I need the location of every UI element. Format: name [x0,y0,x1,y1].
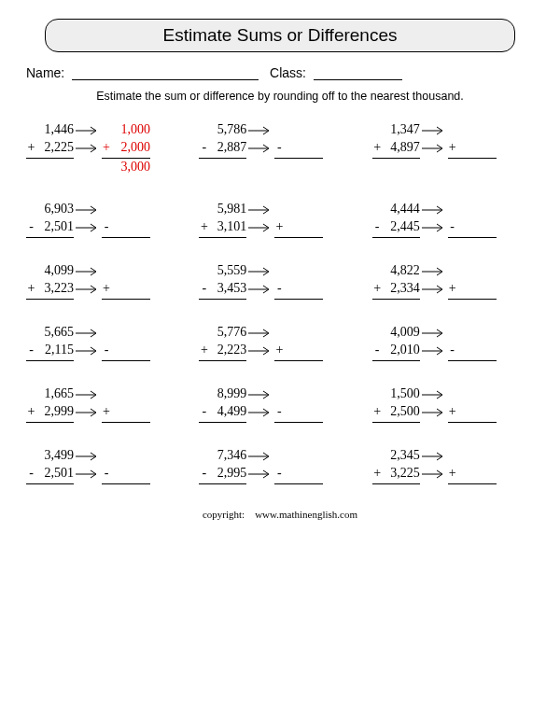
rule-line [274,483,323,484]
operand-a: 5,665 [36,324,74,342]
operator: - [274,465,284,483]
rule-line [199,483,246,484]
operand-b: 2,223 [209,342,246,359]
problem: 5,665-2,115- [26,324,188,361]
operator: + [372,139,383,157]
arrow-icon [74,385,102,403]
operator: + [102,403,111,421]
rule-line [372,299,420,300]
arrow-icon [74,121,102,139]
rule-line [26,299,74,300]
operand-a: 1,665 [36,385,74,403]
problem: 4,822+2,334+ [372,262,534,300]
arrow-icon [420,403,448,421]
problem: 2,345+3,225+ [372,447,534,484]
arrow-icon [246,201,274,218]
arrow-icon [74,201,102,218]
operand-a: 4,444 [383,201,420,218]
operator: - [372,342,383,359]
operand-a: 4,099 [36,262,74,280]
operand-a: 5,786 [209,121,246,139]
operand-b: 2,445 [383,218,420,236]
operator: - [274,403,284,421]
operator: + [199,342,209,359]
instruction-text: Estimate the sum or difference by roundi… [26,90,534,103]
operator: - [102,342,111,359]
operator: + [199,218,209,236]
name-input[interactable] [72,66,259,80]
arrow-icon [246,403,274,421]
rule-line [26,422,74,423]
footer: copyright: www.mathinenglish.com [26,509,534,520]
rule-line [199,422,246,423]
operand-b: 2,334 [383,280,420,298]
class-label: Class: [270,65,306,80]
rule-line [448,422,497,423]
operator: + [448,465,457,483]
page-title: Estimate Sums or Differences [45,19,515,52]
operand-b: 3,453 [209,280,246,298]
arrow-icon [246,139,274,157]
rule-line [448,158,497,159]
operator: + [26,139,36,157]
arrow-icon [246,280,274,298]
operand-b: 2,225 [36,139,74,157]
arrow-icon [74,139,102,157]
operator: - [274,280,284,298]
rule-line [26,483,74,484]
rule-line [448,483,497,484]
problem: 3,499-2,501- [26,447,188,484]
operator: - [26,342,36,359]
operand-b: 2,500 [383,403,420,421]
operator: + [274,218,284,236]
problem: 5,981+3,101+ [199,201,360,238]
arrow-icon [420,447,448,465]
arrow-icon [246,465,274,483]
rule-line [448,237,497,238]
operator: + [448,139,457,157]
operand-a: 1,446 [36,121,74,139]
operand-a: 2,345 [383,447,420,465]
rule-line [102,360,150,361]
operator: + [102,139,111,157]
arrow-icon [246,447,274,465]
operator: - [102,465,111,483]
rule-line [26,237,74,238]
rule-line [102,237,150,238]
operand-b: 3,101 [209,218,246,236]
example-answer: 3,000 [111,159,150,176]
operator: + [372,403,383,421]
rule-line [274,158,323,159]
rule-line [102,299,150,300]
problem: 4,009-2,010- [372,324,534,361]
rule-line [372,483,420,484]
operand-b: 2,010 [383,342,420,359]
problem: 4,099+3,223+ [26,262,188,300]
arrow-icon [74,280,102,298]
arrow-icon [74,218,102,236]
class-input[interactable] [314,66,402,80]
problem-grid: 1,446+2,2251,000+2,0003,0005,786-2,887-1… [26,121,534,484]
operator: + [372,280,383,298]
operand-b: 2,115 [36,342,74,359]
operator: - [448,342,457,359]
operator: + [102,280,111,298]
meta-line: Name: Class: [26,65,534,80]
problem: 1,446+2,2251,000+2,0003,000 [26,121,188,176]
copyright-label: copyright: [203,509,245,520]
arrow-icon [420,121,448,139]
operand-b: 2,887 [209,139,246,157]
rule-line [102,483,150,484]
arrow-icon [420,280,448,298]
operand-a: 4,009 [383,324,420,342]
operand-a: 3,499 [36,447,74,465]
operator: - [199,139,209,157]
operand-a: 5,981 [209,201,246,218]
rule-line [274,237,323,238]
operand-a: 5,776 [209,324,246,342]
problem: 4,444-2,445- [372,201,534,238]
operand-b: 4,897 [383,139,420,157]
operator: + [448,280,457,298]
rule-line [448,360,497,361]
arrow-icon [74,465,102,483]
